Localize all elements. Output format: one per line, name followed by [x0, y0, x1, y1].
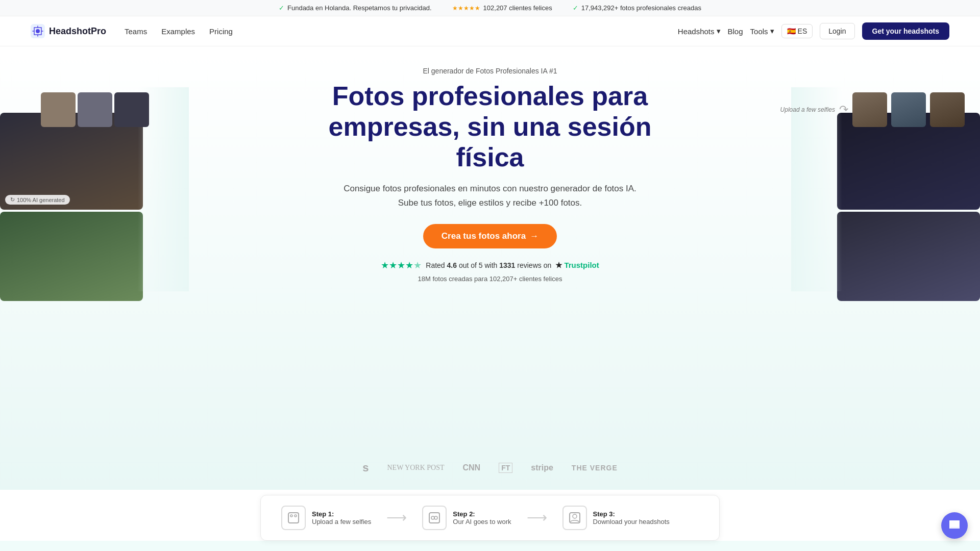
thumb-left-3 — [114, 92, 149, 127]
nav-pricing-link[interactable]: Pricing — [209, 27, 233, 36]
steps-section: Step 1: Upload a few selfies ⟶ Step 2: O… — [20, 495, 960, 541]
thumb-left-1 — [41, 92, 76, 127]
nav-examples-link[interactable]: Examples — [161, 27, 195, 36]
trustpilot-logo: ★ Trustpilot — [555, 261, 599, 270]
hero-title: Fotos profesionales para empresas, sin u… — [316, 81, 664, 172]
steps-card: Step 1: Upload a few selfies ⟶ Step 2: O… — [260, 495, 720, 541]
logo[interactable]: HeadshotPro — [31, 24, 106, 38]
nav-headshots-dropdown[interactable]: Headshots ▾ — [678, 27, 721, 36]
hero-photo-right-2 — [837, 212, 980, 301]
svg-point-6 — [431, 516, 434, 519]
hero-photos-right — [837, 113, 980, 301]
arrow-curved-right: ↷ — [839, 103, 848, 116]
banner-item-3: ✓ 17,943,292+ fotos profesionales creada… — [573, 4, 701, 12]
brand-nyt: NEW YORK POST — [387, 464, 444, 472]
svg-point-3 — [290, 515, 292, 517]
chat-button[interactable] — [941, 512, 968, 539]
nav-tools-dropdown[interactable]: Tools ▾ — [750, 27, 774, 36]
trustpilot-row: ★★★★★ Rated 4.6 out of 5 with 1331 revie… — [316, 260, 664, 271]
svg-point-9 — [573, 514, 577, 518]
nav-teams-link[interactable]: Teams — [125, 27, 147, 36]
brand-icon-s: s — [362, 461, 369, 474]
step-1-icon — [281, 506, 306, 530]
brand-cnn: CNN — [463, 463, 481, 472]
thumbnails-right: Upload a few selfies ↷ — [780, 92, 965, 127]
chat-icon — [948, 519, 961, 532]
svg-point-4 — [295, 515, 297, 517]
svg-rect-2 — [288, 513, 299, 523]
step-arrow-1: ⟶ — [386, 509, 407, 526]
brand-ft: FT — [499, 463, 512, 473]
brand-stripe: stripe — [531, 463, 553, 472]
svg-point-1 — [36, 29, 40, 33]
hero-photo-right-1 — [837, 113, 980, 210]
nav-links: Teams Examples Pricing — [125, 27, 233, 36]
step-1-text: Step 1: Upload a few selfies — [312, 510, 371, 525]
hero-subtitle: Consigue fotos profesionales en minutos … — [316, 182, 664, 209]
hero-tag: El generador de Fotos Profesionales IA #… — [316, 67, 664, 75]
banner-item-1: ✓ Fundada en Holanda. Respetamos tu priv… — [279, 4, 432, 12]
thumb-right-3 — [930, 92, 965, 127]
get-headshots-button[interactable]: Get your headshots — [862, 22, 949, 40]
logo-icon — [31, 24, 45, 38]
hero-stats: 18M fotos creadas para 102,207+ clientes… — [316, 275, 664, 283]
nav-right: Headshots ▾ Blog Tools ▾ 🇪🇸 ES Login Get… — [678, 22, 949, 40]
nav-left: HeadshotPro Teams Examples Pricing — [31, 24, 233, 38]
hero-content: El generador de Fotos Profesionales IA #… — [316, 67, 664, 283]
step-2-icon — [422, 506, 447, 530]
thumb-left-2 — [78, 92, 112, 127]
step-arrow-2: ⟶ — [527, 509, 547, 526]
hero-photo-left-2 — [0, 212, 143, 301]
check-icon-2: ✓ — [573, 4, 578, 12]
hero-photos-left: ↻ 100% AI generated — [0, 113, 143, 301]
login-button[interactable]: Login — [820, 23, 854, 39]
chevron-down-icon-tools: ▾ — [770, 27, 774, 36]
top-banner: ✓ Fundada en Holanda. Respetamos tu priv… — [0, 0, 980, 16]
trustpilot-rated: Rated 4.6 out of 5 with 1331 reviews on — [426, 261, 551, 269]
thumb-right-1 — [852, 92, 887, 127]
step-3: Step 3: Download your headshots — [562, 506, 670, 530]
language-button[interactable]: 🇪🇸 ES — [781, 24, 813, 38]
banner-item-2: ★★★★★ 102,207 clientes felices — [452, 4, 552, 12]
thumb-right-2 — [891, 92, 926, 127]
svg-point-7 — [434, 516, 437, 519]
thumbnails-left — [41, 92, 149, 127]
step-2-text: Step 2: Our AI goes to work — [453, 510, 511, 525]
stars-icon: ★★★★★ — [452, 5, 480, 12]
create-photos-button[interactable]: Crea tus fotos ahora → — [423, 224, 557, 248]
step-2: Step 2: Our AI goes to work — [422, 506, 511, 530]
navbar: HeadshotPro Teams Examples Pricing Heads… — [0, 16, 980, 46]
hero-photo-left-1: ↻ 100% AI generated — [0, 113, 143, 210]
flag-icon: 🇪🇸 — [787, 27, 796, 35]
nav-blog-link[interactable]: Blog — [728, 27, 743, 36]
brands-row: s NEW YORK POST CNN FT stripe THE VERGE — [362, 456, 618, 480]
features-section: Todas las sesiones incluyen ✓ Hecho en 2… — [0, 541, 980, 551]
ai-generated-badge: ↻ 100% AI generated — [5, 195, 70, 205]
trustpilot-stars: ★★★★★ — [381, 260, 422, 271]
step-3-icon — [562, 506, 587, 530]
check-icon-1: ✓ — [279, 4, 284, 12]
brand-verge: THE VERGE — [572, 464, 618, 472]
chevron-down-icon-headshots: ▾ — [717, 27, 721, 36]
arrow-right-icon: → — [530, 231, 538, 241]
step-1: Step 1: Upload a few selfies — [281, 506, 371, 530]
step-3-text: Step 3: Download your headshots — [593, 510, 670, 525]
hero-section: Upload a few selfies ↷ ↻ 100% AI generat… — [0, 46, 980, 490]
